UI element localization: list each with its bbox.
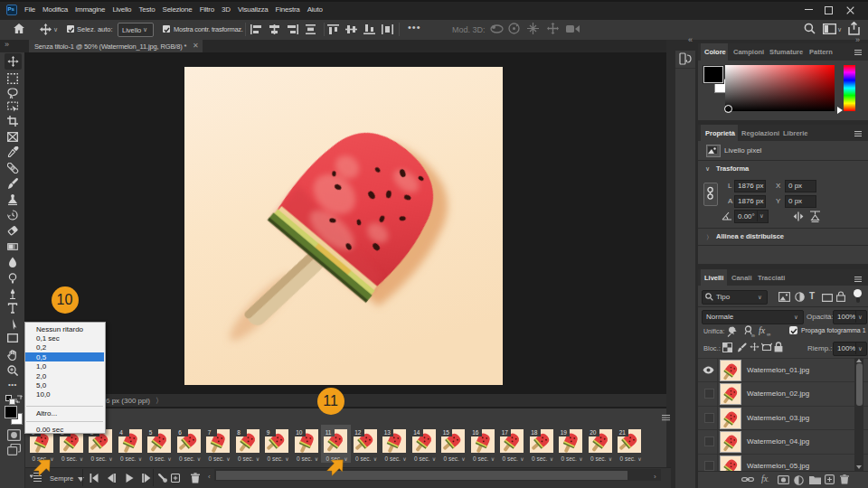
svg-text:fx: fx — [759, 325, 766, 335]
svg-text:∞: ∞ — [751, 333, 755, 338]
svg-text:∞: ∞ — [767, 332, 770, 337]
